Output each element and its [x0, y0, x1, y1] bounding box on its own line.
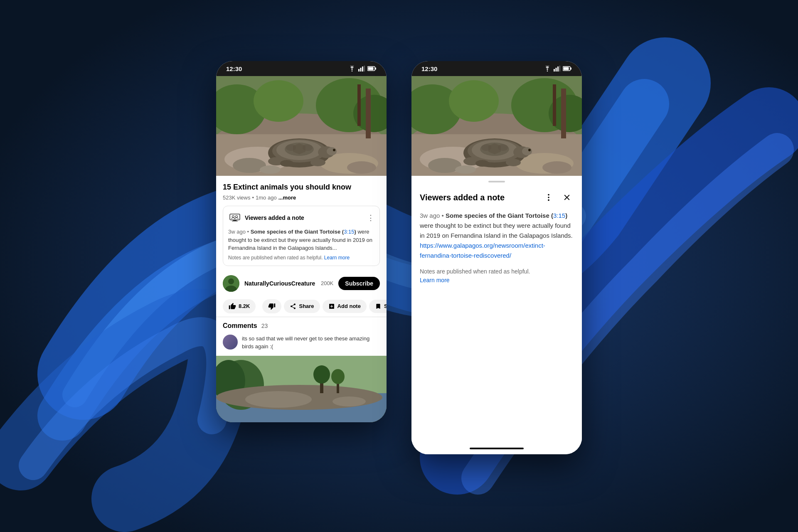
wifi-icon-2	[544, 66, 551, 71]
add-note-icon	[328, 303, 335, 310]
tortoise-scene-1	[216, 76, 387, 176]
more-link[interactable]: ...more	[278, 195, 296, 201]
thumbs-up-icon	[229, 303, 236, 310]
signal-icon-2	[554, 66, 560, 71]
save-label: Sa...	[384, 303, 387, 309]
phone2-time: 12:30	[421, 65, 437, 72]
close-note-button[interactable]	[560, 191, 574, 204]
svg-point-51	[245, 391, 312, 408]
video-meta: 523K views • 1mo ago ...more	[223, 195, 380, 201]
home-indicator	[411, 444, 582, 454]
phone1-status-bar: 12:30	[216, 61, 387, 76]
svg-point-90	[542, 161, 571, 174]
note-timestamp: 3w ago •	[228, 229, 251, 235]
time-ago: 1mo ago	[256, 195, 277, 201]
note-card-header: Viewers added a note ⋮	[228, 211, 374, 224]
add-note-button[interactable]: Add note	[323, 300, 367, 313]
expanded-note-actions	[542, 191, 574, 204]
expanded-timestamp: 3w ago •	[420, 212, 446, 219]
svg-point-16	[254, 80, 303, 122]
svg-point-87	[475, 160, 489, 167]
phones-container: 12:30	[216, 61, 582, 454]
dislike-button[interactable]	[262, 299, 281, 313]
battery-icon-2	[563, 66, 572, 71]
more-vertical-icon	[544, 193, 553, 202]
svg-point-43	[228, 278, 234, 284]
svg-point-71	[449, 80, 499, 122]
expanded-timestamp-link[interactable]: 3:15	[553, 212, 565, 219]
channel-name[interactable]: NaturallyCuriousCreature	[244, 280, 318, 287]
expanded-note-footer: Notes are published when rated as helpfu…	[420, 267, 574, 285]
svg-point-57	[547, 71, 548, 71]
home-indicator-bar	[470, 448, 524, 449]
svg-rect-64	[564, 67, 569, 70]
learn-more-link-1[interactable]: Learn more	[324, 255, 350, 261]
drag-handle[interactable]	[411, 176, 582, 184]
note-card-1: Viewers added a note ⋮ 3w ago • Some spe…	[223, 206, 380, 266]
svg-rect-61	[559, 66, 561, 71]
svg-point-32	[280, 160, 293, 167]
wifi-icon	[348, 66, 356, 71]
add-note-label: Add note	[337, 303, 361, 309]
comments-header: Comments 23	[223, 322, 380, 330]
channel-info: NaturallyCuriousCreature 200K	[244, 280, 333, 287]
save-icon	[375, 303, 382, 310]
svg-point-30	[333, 149, 335, 151]
note-icon	[228, 211, 241, 224]
note-more-button[interactable]	[542, 191, 555, 204]
expanded-note-header: Viewers added a note	[420, 191, 574, 204]
svg-rect-59	[556, 68, 557, 71]
phone2-status-bar: 12:30	[411, 61, 582, 76]
comments-title: Comments	[223, 322, 257, 330]
svg-point-33	[310, 159, 325, 166]
svg-rect-75	[553, 84, 556, 126]
note-bold-cont: )	[354, 229, 356, 235]
video-thumbnail-2[interactable]	[411, 76, 582, 176]
like-button[interactable]: 8.2K	[223, 299, 256, 313]
svg-rect-8	[375, 68, 377, 70]
signal-icon	[358, 66, 365, 71]
svg-rect-39	[232, 221, 238, 222]
svg-point-88	[506, 159, 521, 166]
svg-point-85	[528, 149, 531, 151]
comment-text: its so sad that we will never get to see…	[242, 335, 380, 351]
svg-point-91	[455, 165, 476, 174]
svg-point-81	[498, 144, 508, 151]
share-icon	[290, 303, 296, 310]
like-count: 8.2K	[239, 303, 250, 309]
comments-section: Comments 23 its so sad that we will neve…	[216, 317, 387, 356]
learn-more-link-2[interactable]: Learn more	[420, 277, 450, 283]
subscribe-button[interactable]: Subscribe	[338, 277, 380, 290]
share-label: Share	[299, 303, 314, 309]
note-timestamp-link[interactable]: 3:15	[344, 229, 354, 235]
thumbs-down-icon	[268, 303, 276, 310]
svg-point-40	[232, 216, 234, 218]
save-button[interactable]: Sa...	[369, 300, 387, 313]
expanded-url-link[interactable]: https://www.galapagos.org/newsroom/extin…	[420, 242, 545, 259]
phone1-status-icons	[348, 66, 377, 71]
svg-point-54	[313, 365, 330, 384]
channel-avatar[interactable]	[223, 275, 239, 292]
comments-count: 23	[261, 323, 268, 329]
svg-point-36	[260, 165, 281, 174]
svg-rect-58	[554, 69, 555, 71]
bottom-thumbnail[interactable]	[216, 356, 387, 422]
channel-subs: 200K	[321, 280, 333, 286]
svg-rect-38	[233, 220, 236, 221]
expanded-bold: Some species of the Giant Tortoise (	[446, 212, 553, 219]
drag-handle-bar	[488, 181, 505, 182]
svg-rect-5	[362, 66, 363, 71]
expanded-footer-text: Notes are published when rated as helpfu…	[420, 268, 530, 275]
svg-point-92	[548, 194, 549, 196]
phone2-status-icons	[544, 66, 572, 71]
svg-point-82	[481, 144, 491, 151]
note-menu-button[interactable]: ⋮	[367, 213, 374, 222]
share-button[interactable]: Share	[284, 300, 320, 313]
separator: •	[252, 195, 254, 201]
svg-rect-3	[358, 69, 360, 71]
svg-point-41	[236, 216, 238, 218]
video-info: 15 Extinct animals you should know 523K …	[216, 176, 387, 206]
video-title: 15 Extinct animals you should know	[223, 182, 380, 192]
svg-point-52	[332, 397, 366, 406]
video-thumbnail-1[interactable]	[216, 76, 387, 176]
